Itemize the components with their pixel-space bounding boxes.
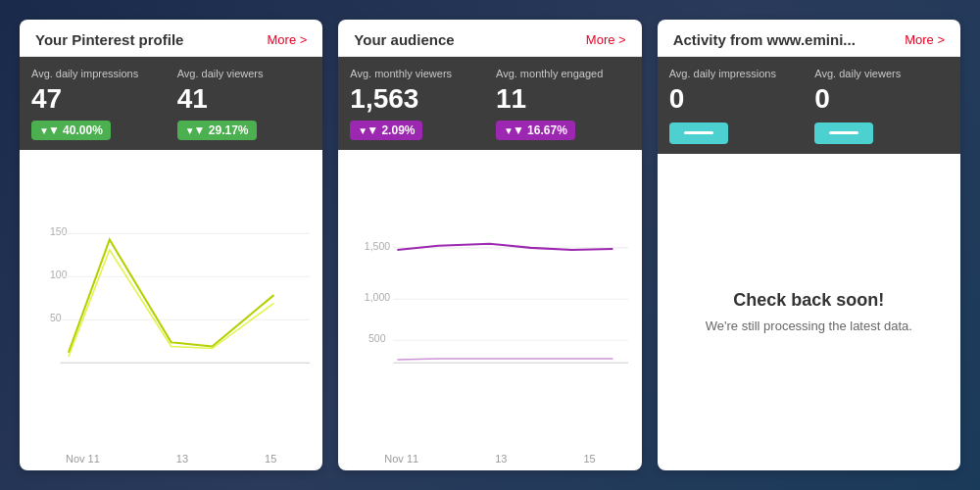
svg-text:1,000: 1,000 [365,292,390,303]
chart-label-1-1: 13 [176,453,188,465]
more-link-3[interactable]: More > [905,32,945,47]
svg-text:50: 50 [50,313,62,323]
stat-label-1-0: Avg. daily impressions [31,67,166,80]
stats-bar-2: Avg. monthly viewers 1,563 ▼ 2.09% Avg. … [338,57,641,150]
svg-text:100: 100 [50,270,68,280]
stat-value-3-1: 0 [814,84,949,115]
stat-block-1-0: Avg. daily impressions 47 ▼ 40.00% [31,67,166,140]
svg-text:1,500: 1,500 [365,241,390,252]
stat-block-3-0: Avg. daily impressions 0 [669,67,804,144]
svg-text:500: 500 [368,333,386,344]
chart-label-2-1: 13 [495,453,507,465]
stat-badge-3-0 [669,122,728,144]
check-back-area: Check back soon! We're still processing … [658,154,960,470]
stat-block-2-1: Avg. monthly engaged 11 ▼ 16.67% [496,67,630,140]
stat-label-2-1: Avg. monthly engaged [496,67,630,80]
stat-label-3-0: Avg. daily impressions [669,67,804,80]
stat-badge-3-1 [814,122,873,144]
teal-bar-0 [684,131,713,134]
chart-area-2: 1,500 1,000 500 [338,150,641,453]
more-link-1[interactable]: More > [268,32,308,47]
card-your-audience: Your audience More > Avg. monthly viewer… [338,20,641,470]
stat-badge-1-1: ▼ 29.17% [177,121,257,140]
card-title-3: Activity from www.emini... [673,31,856,48]
stat-value-2-0: 1,563 [350,84,484,115]
teal-bar-1 [829,131,858,134]
stat-value-1-1: 41 [177,84,312,115]
more-link-2[interactable]: More > [586,32,626,47]
stats-bar-3: Avg. daily impressions 0 Avg. daily view… [658,57,960,154]
stat-badge-2-0: ▼ 2.09% [350,121,422,140]
check-back-title: Check back soon! [733,290,884,311]
card-header-2: Your audience More > [338,20,641,57]
stat-badge-1-0: ▼ 40.00% [31,121,111,140]
chart-svg-1: 150 100 50 [27,158,315,449]
stat-block-2-0: Avg. monthly viewers 1,563 ▼ 2.09% [350,67,484,140]
chart-label-1-0: Nov 11 [66,453,100,465]
stat-value-3-0: 0 [669,84,804,115]
chart-labels-1: Nov 11 13 15 [20,453,322,470]
stat-value-2-1: 11 [496,84,630,115]
stat-block-3-1: Avg. daily viewers 0 [814,67,949,144]
stats-bar-1: Avg. daily impressions 47 ▼ 40.00% Avg. … [20,57,322,150]
stat-block-1-1: Avg. daily viewers 41 ▼ 29.17% [177,67,312,140]
chart-labels-2: Nov 11 13 15 [338,453,641,470]
chart-label-2-2: 15 [583,453,595,465]
chart-svg-2: 1,500 1,000 500 [346,158,633,449]
chart-label-2-0: Nov 11 [384,453,418,465]
stat-label-1-1: Avg. daily viewers [177,67,312,80]
stat-label-3-1: Avg. daily viewers [814,67,949,80]
chart-label-1-2: 15 [265,453,276,465]
stat-label-2-0: Avg. monthly viewers [350,67,484,80]
check-back-sub: We're still processing the latest data. [706,318,912,333]
stat-value-1-0: 47 [31,84,166,115]
dashboard: Your Pinterest profile More > Avg. daily… [20,20,960,470]
card-pinterest-profile: Your Pinterest profile More > Avg. daily… [20,20,322,470]
chart-area-1: 150 100 50 [20,150,322,453]
stat-badge-2-1: ▼ 16.67% [496,121,575,140]
card-activity-website: Activity from www.emini... More > Avg. d… [658,20,960,470]
card-header-3: Activity from www.emini... More > [658,20,960,57]
card-header-1: Your Pinterest profile More > [20,20,322,57]
card-title-1: Your Pinterest profile [35,31,183,48]
svg-text:150: 150 [50,226,68,237]
card-title-2: Your audience [354,31,454,48]
